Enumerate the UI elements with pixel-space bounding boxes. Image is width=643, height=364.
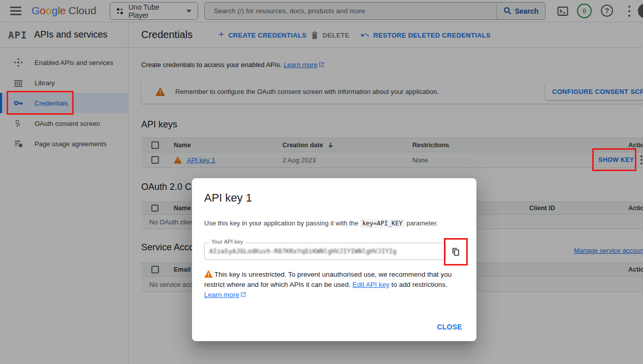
dialog-body: Use this key in your application by pass… [204,219,464,227]
key-param-code: key=API_KEY [360,219,404,228]
google-cloud-console: GoogleCloud Uno Tube Player Search 6 ? A… [0,0,643,364]
api-key-field-label: Your API key [209,239,246,245]
api-key-value[interactable]: AIzaSyAJOLodKuvh-R87KRxYqDiKWNlgHVJIYIWN… [209,247,438,255]
external-link-icon [240,290,246,296]
unrestricted-warning: This key is unrestricted. To prevent una… [204,270,465,300]
learn-more-link[interactable]: Learn more [204,291,239,299]
close-button[interactable]: CLOSE [437,323,462,331]
copy-icon [451,247,460,256]
dialog-title: API key 1 [204,191,252,205]
warning-icon [204,270,213,278]
api-key-dialog: API key 1 Use this key in your applicati… [192,178,476,341]
copy-key-button[interactable] [447,244,464,260]
edit-api-key-link[interactable]: Edit API key [352,281,390,288]
